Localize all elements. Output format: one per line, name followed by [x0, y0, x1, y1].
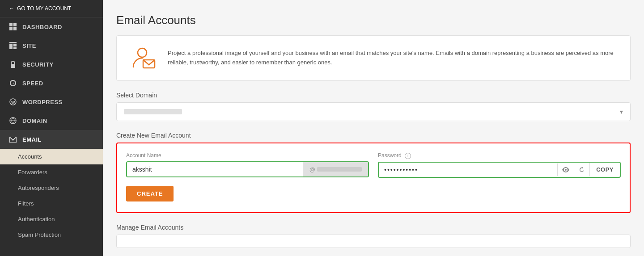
svg-rect-1	[13, 23, 17, 26]
svg-point-13	[138, 48, 147, 57]
chevron-down-icon: ▾	[620, 108, 623, 115]
sidebar-item-label-security: SECURITY	[22, 61, 54, 68]
account-name-label: Account Name	[126, 152, 369, 159]
svg-rect-0	[9, 23, 13, 26]
email-sub-menu: Accounts Forwarders Autoresponders Filte…	[0, 149, 103, 243]
speed-icon	[9, 79, 17, 87]
sidebar-item-autoresponders[interactable]: Autoresponders	[0, 180, 103, 196]
sidebar-item-security[interactable]: SECURITY	[0, 55, 103, 74]
account-domain-suffix: @	[303, 162, 368, 176]
password-info-icon[interactable]: i	[405, 153, 411, 159]
select-domain-label: Select Domain	[116, 92, 631, 99]
form-fields-row: Account Name @ Password i	[126, 152, 621, 178]
sidebar-item-speed[interactable]: SPEED	[0, 74, 103, 92]
svg-rect-7	[13, 47, 17, 49]
copy-password-button[interactable]: COPY	[589, 163, 620, 176]
sidebar-item-wordpress[interactable]: W WORDPRESS	[0, 92, 103, 111]
sidebar-item-site[interactable]: SITE	[0, 36, 103, 55]
promo-box: Project a professional image of yourself…	[116, 35, 631, 81]
back-to-account[interactable]: ← GO TO MY ACCOUNT	[0, 0, 103, 17]
svg-point-15	[565, 169, 567, 171]
password-label: Password i	[378, 152, 621, 159]
account-input-wrap: @	[126, 161, 369, 177]
svg-rect-4	[9, 42, 17, 43]
mail-icon	[9, 135, 17, 143]
manage-email-accounts-label: Manage Email Accounts	[116, 224, 631, 231]
svg-rect-2	[9, 27, 13, 30]
manage-table-stub	[116, 235, 631, 248]
page-title: Email Accounts	[116, 13, 631, 27]
back-arrow-icon: ←	[9, 5, 14, 12]
regenerate-password-button[interactable]	[574, 163, 589, 176]
sidebar-item-filters[interactable]: Filters	[0, 196, 103, 211]
wordpress-icon: W	[9, 98, 17, 106]
password-group: Password i	[378, 152, 621, 178]
create-section-label: Create New Email Account	[116, 132, 631, 139]
password-input-wrap: COPY	[378, 162, 621, 178]
sidebar-item-email[interactable]: EMAIL	[0, 130, 103, 149]
sidebar-item-label-site: SITE	[22, 42, 36, 49]
password-input[interactable]	[379, 163, 557, 177]
sidebar-item-label-domain: DOMAIN	[22, 118, 47, 124]
sidebar-item-label-wordpress: WORDPRESS	[22, 99, 63, 105]
svg-rect-8	[11, 64, 15, 68]
promo-description: Project a professional image of yourself…	[168, 49, 619, 67]
account-name-input[interactable]	[127, 162, 303, 176]
sidebar: ← GO TO MY ACCOUNT DASHBOARD SITE SEC	[0, 0, 103, 256]
sidebar-item-label-email: EMAIL	[22, 136, 42, 143]
globe-icon	[9, 117, 17, 125]
create-form-box: Account Name @ Password i	[116, 143, 631, 213]
sidebar-item-dashboard[interactable]: DASHBOARD	[0, 17, 103, 36]
main-content: Email Accounts Project a professional im…	[103, 0, 644, 256]
domain-placeholder-blur	[124, 109, 182, 114]
lock-icon	[9, 60, 17, 68]
domain-select[interactable]: ▾	[116, 102, 631, 121]
svg-rect-5	[9, 44, 13, 49]
sidebar-item-label-speed: SPEED	[22, 80, 43, 87]
sidebar-item-spam-protection[interactable]: Spam Protection	[0, 227, 103, 243]
toggle-password-visibility-button[interactable]	[557, 164, 574, 176]
create-account-button[interactable]: CREATE	[126, 186, 174, 201]
sidebar-item-forwarders[interactable]: Forwarders	[0, 164, 103, 180]
sidebar-item-domain[interactable]: DOMAIN	[0, 111, 103, 130]
grid-icon	[9, 23, 17, 31]
svg-rect-6	[13, 44, 17, 46]
sidebar-item-label-dashboard: DASHBOARD	[22, 24, 62, 30]
sidebar-item-accounts[interactable]: Accounts	[0, 149, 103, 164]
site-icon	[9, 42, 17, 50]
email-promo-icon	[127, 45, 159, 71]
svg-text:W: W	[11, 100, 15, 105]
account-name-group: Account Name @	[126, 152, 369, 178]
sidebar-item-authentication[interactable]: Authentication	[0, 211, 103, 227]
svg-rect-3	[13, 27, 17, 30]
